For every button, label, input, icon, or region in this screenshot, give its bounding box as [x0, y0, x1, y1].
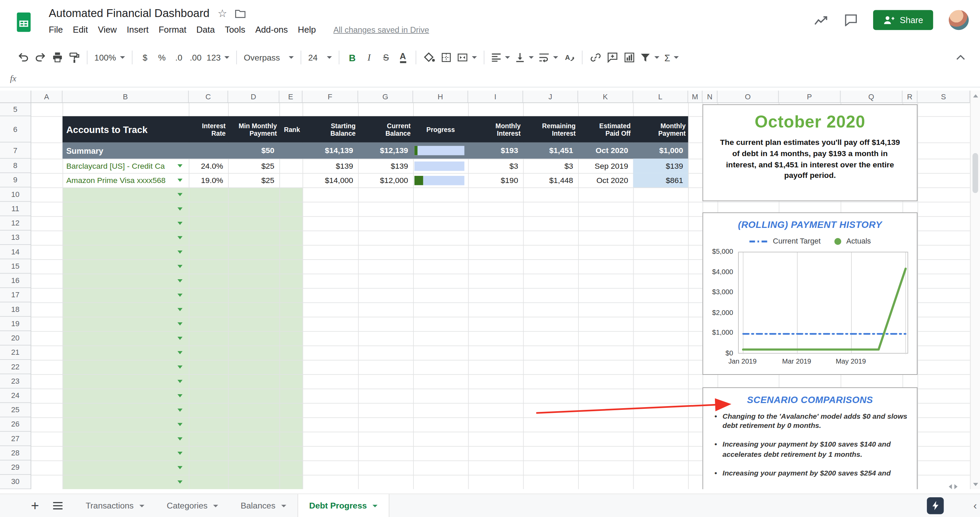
row-header-25[interactable]: 25	[0, 403, 30, 417]
column-header-F[interactable]: F	[302, 90, 358, 103]
star-icon[interactable]: ☆	[218, 8, 227, 19]
fill-color-button[interactable]	[421, 48, 438, 67]
column-header-P[interactable]: P	[779, 90, 841, 103]
cell-K[interactable]: Oct 2020	[578, 173, 628, 187]
dropdown-arrow-icon[interactable]	[178, 438, 183, 441]
zoom-select[interactable]: 100%	[92, 48, 127, 67]
version-history-icon[interactable]	[814, 14, 829, 25]
dropdown-arrow-icon[interactable]	[178, 423, 183, 426]
menu-file[interactable]: File	[44, 22, 68, 36]
column-header-R[interactable]: R	[902, 90, 917, 103]
column-header-M[interactable]: M	[688, 90, 702, 103]
row-header-16[interactable]: 16	[0, 273, 30, 288]
summary-row[interactable]: Summary$50$14,139$12,139$193$1,451Oct 20…	[63, 143, 688, 159]
dropdown-arrow-icon[interactable]	[178, 208, 183, 211]
dropdown-arrow-icon[interactable]	[178, 480, 183, 483]
dropdown-arrow-icon[interactable]	[178, 308, 183, 311]
row-header-24[interactable]: 24	[0, 389, 30, 403]
cell-F[interactable]: $14,139	[302, 143, 353, 159]
comment-history-icon[interactable]	[844, 14, 858, 26]
cell-D[interactable]: $25	[228, 159, 274, 173]
format-percent-button[interactable]: %	[153, 48, 170, 67]
dropdown-arrow-icon[interactable]	[178, 322, 183, 325]
account-name[interactable]: Barclaycard [US] - Credit Ca	[66, 159, 176, 173]
paint-format-button[interactable]	[66, 48, 83, 67]
vertical-scrollbar[interactable]	[970, 90, 980, 489]
account-row[interactable]: Barclaycard [US] - Credit Ca24.0%$25$139…	[63, 159, 688, 173]
cell-G[interactable]: $139	[358, 159, 408, 173]
dropdown-arrow-icon[interactable]	[178, 452, 183, 455]
functions-button[interactable]: Σ	[662, 48, 681, 67]
font-size-select[interactable]: 24	[305, 48, 334, 67]
menu-view[interactable]: View	[93, 22, 122, 36]
column-header-N[interactable]: N	[702, 90, 717, 103]
font-family-select[interactable]: Overpass	[241, 48, 296, 67]
all-sheets-button[interactable]	[52, 502, 63, 510]
row-header-22[interactable]: 22	[0, 360, 30, 374]
cell-L[interactable]: $139	[633, 159, 688, 173]
row-header-11[interactable]: 11	[0, 202, 30, 216]
cell-G[interactable]: $12,000	[358, 173, 408, 187]
column-header-K[interactable]: K	[578, 90, 633, 103]
cell-F[interactable]: $14,000	[302, 173, 353, 187]
explore-button[interactable]	[927, 497, 944, 514]
cell-K[interactable]: Sep 2019	[578, 159, 628, 173]
text-wrap-button[interactable]	[536, 48, 561, 67]
dropdown-arrow-icon[interactable]	[178, 365, 183, 368]
dropdown-arrow-icon[interactable]	[178, 279, 183, 282]
cell-C[interactable]: 24.0%	[189, 159, 223, 173]
menu-format[interactable]: Format	[153, 22, 191, 36]
column-header-C[interactable]: C	[189, 90, 228, 103]
cell-B-summary-label[interactable]: Summary	[66, 143, 185, 159]
account-name[interactable]: Amazon Prime Visa xxxx568	[66, 173, 176, 187]
row-header-21[interactable]: 21	[0, 346, 30, 360]
row-header-26[interactable]: 26	[0, 417, 30, 431]
column-header-H[interactable]: H	[413, 90, 468, 103]
horizontal-scroll-arrows[interactable]	[949, 484, 958, 489]
row-header-12[interactable]: 12	[0, 216, 30, 231]
column-header-L[interactable]: L	[633, 90, 688, 103]
row-header-6[interactable]: 6	[0, 116, 30, 143]
cell-F[interactable]: $139	[302, 159, 353, 173]
row-header-27[interactable]: 27	[0, 431, 30, 446]
horizontal-align-button[interactable]	[488, 48, 512, 67]
row-header-8[interactable]: 8	[0, 159, 30, 173]
sheet-tab-balances[interactable]: Balances	[229, 494, 297, 517]
share-button[interactable]: Share	[873, 10, 933, 30]
row-header-7[interactable]: 7	[0, 143, 30, 159]
text-color-button[interactable]: A	[395, 48, 411, 67]
redo-button[interactable]	[32, 48, 49, 67]
print-button[interactable]	[49, 48, 66, 67]
dropdown-arrow-icon[interactable]	[178, 394, 183, 397]
row-header-18[interactable]: 18	[0, 302, 30, 317]
column-header-O[interactable]: O	[718, 90, 779, 103]
column-header-E[interactable]: E	[279, 90, 302, 103]
menu-data[interactable]: Data	[191, 22, 220, 36]
dropdown-arrow-icon[interactable]	[178, 351, 183, 354]
insert-comment-button[interactable]	[604, 48, 620, 67]
column-header-G[interactable]: G	[358, 90, 413, 103]
cell-J[interactable]: $1,451	[523, 143, 573, 159]
filter-button[interactable]	[638, 48, 662, 67]
formula-bar[interactable]: fx	[0, 70, 980, 87]
row-header-10[interactable]: 10	[0, 187, 30, 202]
vertical-align-button[interactable]	[512, 48, 536, 67]
sheet-tab-debt-progress[interactable]: Debt Progress	[298, 494, 390, 517]
borders-button[interactable]	[438, 48, 455, 67]
column-header-J[interactable]: J	[523, 90, 578, 103]
sheet-tab-categories[interactable]: Categories	[156, 494, 229, 517]
cell-J[interactable]: $3	[523, 159, 573, 173]
bold-button[interactable]: B	[344, 48, 361, 67]
add-sheet-button[interactable]: +	[26, 499, 43, 512]
sheet-tab-transactions[interactable]: Transactions	[75, 494, 156, 517]
strikethrough-button[interactable]: S	[378, 48, 395, 67]
row-header-20[interactable]: 20	[0, 331, 30, 345]
row-header-19[interactable]: 19	[0, 317, 30, 331]
format-currency-button[interactable]: $	[137, 48, 153, 67]
row-header-13[interactable]: 13	[0, 231, 30, 245]
more-formats-button[interactable]: 123	[204, 48, 232, 67]
cell-I[interactable]: $190	[468, 173, 518, 187]
hide-menus-button[interactable]	[952, 48, 969, 67]
row-header-29[interactable]: 29	[0, 460, 30, 475]
vertical-scrollbar-thumb[interactable]	[972, 153, 978, 193]
